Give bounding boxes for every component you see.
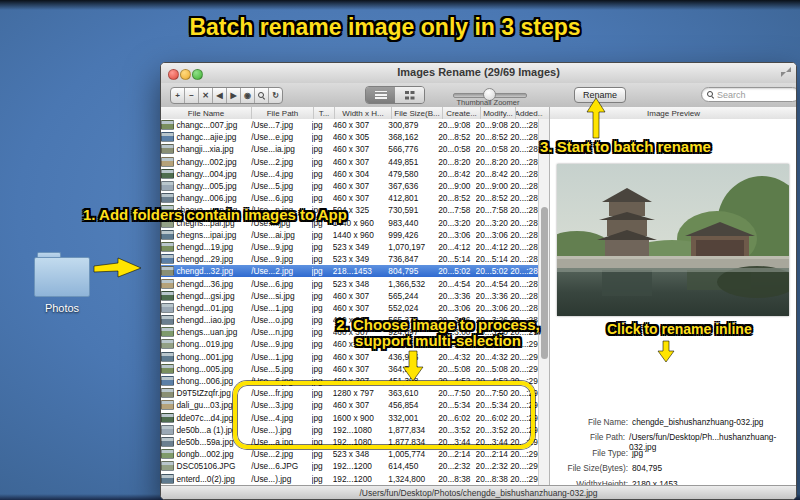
cell-added: 20...:28: [510, 132, 538, 142]
row-thumbnail: [161, 413, 174, 423]
rename-button[interactable]: Rename: [574, 87, 626, 103]
column-header-create[interactable]: Create...: [443, 107, 481, 119]
cell-name: changji...xia.jpg: [176, 144, 251, 154]
column-header-path[interactable]: File Path: [252, 107, 314, 119]
table-row[interactable]: changy...006.jpg/Use...6.jpgjpg460 x 307…: [161, 192, 538, 204]
cell-path: /Use...9.jpg: [251, 254, 311, 264]
refresh-icon[interactable]: ↻: [269, 88, 282, 103]
cell-name: changc...ajie.jpg: [176, 132, 251, 142]
list-view-button[interactable]: [366, 87, 395, 103]
multi-selection-highlight: [233, 381, 535, 449]
table-row[interactable]: chong...001.jpg/Use...1.jpgjpg460 x 3074…: [161, 351, 538, 363]
info-label: File Path:: [550, 432, 625, 446]
cell-name: enterd...0(2).jpg: [176, 474, 251, 484]
cell-path: /Use...2.jpg: [251, 449, 311, 459]
cell-create: 20...8:52: [438, 193, 475, 203]
cell-name: changc...007.jpg: [176, 120, 251, 130]
row-thumbnail: [161, 279, 174, 289]
column-header-size[interactable]: File Size(B...: [392, 107, 443, 119]
cell-path: /Use...2.jpg: [251, 266, 311, 276]
table-row[interactable]: chengd...29.jpg/Use...9.jpgjpg523 x 3497…: [161, 253, 538, 265]
cell-type: jpg: [312, 120, 333, 130]
cell-modify: 20...5:02: [476, 266, 511, 276]
table-row[interactable]: dongb...002.jpg/Use...2.jpgjpg523 x 3481…: [161, 448, 538, 460]
cell-size: 1,070,197: [388, 242, 438, 252]
table-row[interactable]: changji...xia.jpg/Use...ia.jpgjpg460 x 3…: [161, 143, 538, 155]
delete-icon[interactable]: ✕: [199, 88, 213, 103]
row-thumbnail: [161, 400, 174, 410]
remove-icon[interactable]: −: [185, 88, 199, 103]
back-icon[interactable]: ◀: [213, 88, 227, 103]
grid-view-button[interactable]: [395, 87, 424, 103]
resize-icon[interactable]: [781, 67, 791, 77]
info-value[interactable]: chengde_bishushanzhuang-032.jpg: [628, 417, 763, 431]
table-row[interactable]: changc...ajie.jpg/Use...e.jpgjpg460 x 30…: [161, 131, 538, 143]
cell-modify: 20...4:54: [476, 279, 511, 289]
cell-added: 20...:29: [510, 352, 538, 362]
table-row[interactable]: changy...002.jpg/Use...2.jpgjpg460 x 307…: [161, 156, 538, 168]
cell-path: /Use...e.jpg: [251, 132, 311, 142]
row-thumbnail: [161, 157, 174, 167]
table-row[interactable]: chengd...19.jpg/Use...9.jpgjpg523 x 3491…: [161, 241, 538, 253]
cell-path: /Use...9.jpg: [251, 242, 311, 252]
table-row[interactable]: chegns...ipai.jpg/Use...ai.jpgjpg1440 x …: [161, 229, 538, 241]
cell-size: 565,244: [388, 291, 438, 301]
table-row[interactable]: chong...005.jpg/Use...5.jpgjpg460 x 3073…: [161, 363, 538, 375]
table-row[interactable]: chengd...gsi.jpg/Use...si.jpgjpg460 x 30…: [161, 290, 538, 302]
column-header-type[interactable]: T...: [314, 107, 335, 119]
toolbar: +−✕◀▶◉↻ Thumbnail Zoomer Rename Search: [161, 83, 796, 108]
eye-icon[interactable]: ◉: [241, 88, 255, 103]
table-row[interactable]: DSC05106.JPG/Use...6.JPGjpg192...1200614…: [161, 460, 538, 472]
row-thumbnail: [161, 230, 174, 240]
preview-image: [557, 164, 789, 316]
info-value: /Users/fun/Desktop/Ph...hushanzhuang-032…: [625, 432, 797, 446]
row-thumbnail: [161, 315, 174, 325]
cell-name: chengd...iao.jpg: [176, 315, 251, 325]
table-row[interactable]: changc...007.jpg/Use...7.jpgjpg460 x 307…: [161, 119, 538, 131]
cell-name: chengd...01.jpg: [176, 303, 251, 313]
window-title: Images Rename (29/69 Images): [161, 66, 796, 78]
table-row[interactable]: chengd...01.jpg/Use...1.jpgjpg460 x 3075…: [161, 302, 538, 314]
forward-icon[interactable]: ▶: [227, 88, 241, 103]
annotation-inline: Click to rename inline: [607, 321, 787, 337]
search-input[interactable]: Search: [701, 87, 797, 102]
cell-create: 20...3:06: [438, 303, 475, 313]
table-row[interactable]: chengd...36.jpg/Use...6.jpgjpg523 x 3481…: [161, 277, 538, 289]
cell-size: 552,024: [388, 303, 438, 313]
cell-dims: 460 x 307: [333, 352, 389, 362]
table-row[interactable]: chengd...32.jpg/Use...2.jpgjpg218...1453…: [161, 265, 538, 277]
cell-modify: 20...3:36: [476, 291, 511, 301]
cell-create: 20...9:08: [438, 120, 475, 130]
info-row: File Path:/Users/fun/Desktop/Ph...hushan…: [550, 432, 797, 446]
cell-size: 479,580: [388, 169, 438, 179]
arrow-to-window: [94, 258, 141, 277]
cell-modify: 20...8:38: [476, 474, 511, 484]
cell-name: changy...004.jpg: [176, 169, 251, 179]
cell-size: 983,440: [388, 218, 438, 228]
add-icon[interactable]: +: [171, 88, 185, 103]
cell-create: 20...4:54: [438, 279, 475, 289]
info-value: 804,795: [628, 463, 662, 477]
column-header-name[interactable]: File Name: [161, 107, 252, 119]
column-header-added[interactable]: Added...: [516, 107, 543, 119]
cell-name: DSC05106.JPG: [176, 461, 251, 471]
row-thumbnail: [161, 193, 174, 203]
title-bar[interactable]: Images Rename (29/69 Images): [161, 63, 796, 84]
cell-name: changy...002.jpg: [176, 157, 251, 167]
cell-modify: 20...8:42: [476, 169, 511, 179]
search-icon[interactable]: [255, 88, 269, 103]
table-row[interactable]: enterd...0(2).jpg/Use...).jpgjpg192...12…: [161, 472, 538, 484]
photos-folder[interactable]: Photos: [34, 252, 92, 318]
table-row[interactable]: changy...005.jpg/Use...5.jpgjpg460 x 307…: [161, 180, 538, 192]
column-header-modify[interactable]: Modify...: [481, 107, 516, 119]
row-thumbnail: [161, 437, 174, 447]
column-header-dims[interactable]: Width x H...: [335, 107, 392, 119]
cell-create: 20...0:58: [438, 144, 475, 154]
list-icon: [375, 91, 387, 99]
cell-size: 300,879: [388, 120, 438, 130]
search-placeholder: Search: [717, 90, 746, 100]
row-thumbnail: [161, 181, 174, 191]
table-row[interactable]: changy...004.jpg/Use...4.jpgjpg460 x 304…: [161, 168, 538, 180]
annotation-step1: 1. Add folders contain images to App: [83, 207, 373, 223]
info-label: File Type:: [550, 448, 628, 462]
